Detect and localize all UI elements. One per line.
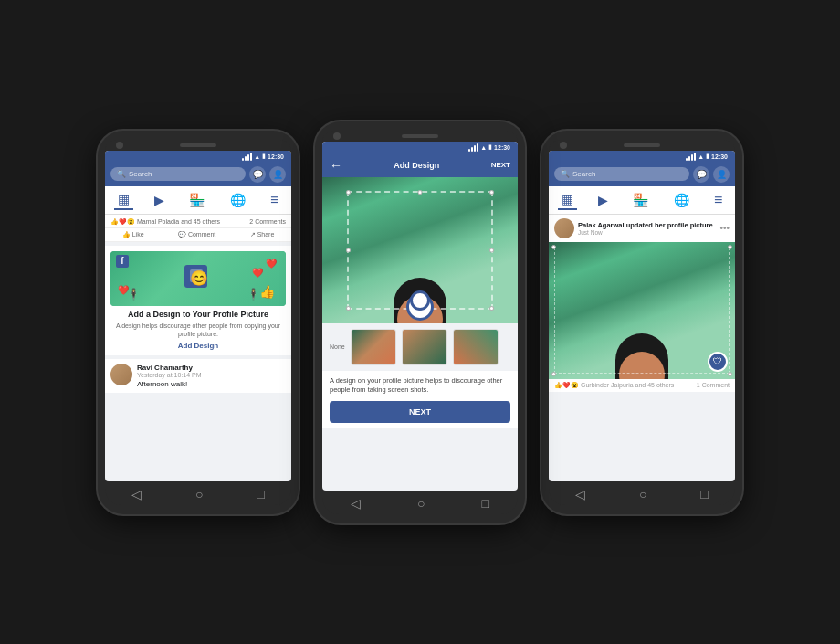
heart-icon-promo-2: ❤️	[252, 268, 263, 278]
like-icon-1: 👍	[122, 231, 131, 238]
handle-bl[interactable]	[346, 306, 351, 311]
home-nav-btn-2[interactable]: ○	[417, 496, 425, 511]
status-time-2: 12:30	[494, 144, 510, 151]
signal-bars-3	[686, 153, 696, 161]
wifi-icon-3: ▲	[698, 153, 704, 160]
phone-3: ▲ ▮ 12:30 🔍 Search 💬 👤 ▦ ▶	[541, 131, 742, 514]
user-post-1: Ravi Chamarthy Yesterday at 10:14 PM Aft…	[105, 359, 291, 393]
people-icon-1[interactable]: 👤	[269, 166, 286, 183]
feed-meta-1: 👍❤️😮 Mamal Poladia and 45 others 2 Comme…	[105, 215, 291, 227]
profile-update-name: Palak Agarwal updated her profile pictur…	[578, 221, 716, 229]
share-button-1[interactable]: ↗ Share	[250, 231, 275, 238]
messenger-icon-3[interactable]: 💬	[693, 166, 709, 183]
phone-3-search-label: Search	[572, 170, 595, 178]
thumb-girl-3	[454, 330, 498, 364]
design-thumb-2[interactable]	[402, 329, 447, 365]
signal-bar	[471, 147, 473, 152]
fb-logo-promo: f	[116, 255, 129, 268]
back-arrow-icon[interactable]: ←	[330, 158, 342, 173]
phone-1: ▲ ▮ 12:30 🔍 Search 💬 👤 ▦ ▶	[98, 131, 299, 514]
phone-1-search-label: Search	[129, 170, 152, 178]
handle-br[interactable]	[489, 306, 494, 311]
tab-newsfeed-1[interactable]: ▦	[114, 190, 133, 210]
signal-bar	[468, 149, 470, 152]
promo-illustration: f ❤️ ❤️ ❤️ 😊 👍 🕴️ 🕴️	[110, 251, 286, 306]
shield-protection-icon: 🛡	[708, 352, 728, 372]
tab-groups-3[interactable]: 🌐	[670, 191, 693, 209]
user-post-content: Ravi Chamarthy Yesterday at 10:14 PM Aft…	[137, 364, 286, 388]
handle-tr[interactable]	[489, 190, 494, 195]
search-icon-3: 🔍	[561, 170, 570, 178]
back-nav-btn-2[interactable]: ◁	[351, 496, 361, 511]
tab-watch-1[interactable]: ▶	[151, 191, 168, 209]
phone-3-nav-tabs: ▦ ▶ 🏪 🌐 ≡	[549, 186, 735, 215]
recents-nav-btn-2[interactable]: □	[482, 496, 489, 511]
fb-square-icon: 😊	[184, 265, 207, 288]
thumb-girl-2	[403, 330, 446, 364]
add-design-title: Add Design	[394, 161, 439, 170]
phone-1-screen: ▲ ▮ 12:30 🔍 Search 💬 👤 ▦ ▶	[105, 151, 291, 481]
tab-watch-3[interactable]: ▶	[594, 191, 612, 209]
search-icon-1: 🔍	[117, 170, 126, 178]
none-option-label[interactable]: None	[330, 343, 345, 350]
profile-photo-large: 🛡	[549, 242, 735, 379]
handle-tm[interactable]	[418, 190, 423, 195]
signal-bars-1	[242, 153, 252, 161]
signal-bar	[688, 156, 690, 161]
back-nav-btn-1[interactable]: ◁	[131, 487, 142, 501]
phone-3-search-bar[interactable]: 🔍 Search	[554, 167, 689, 181]
border-dot-tr	[728, 245, 732, 249]
battery-icon: ▮	[262, 153, 266, 160]
like-button-1[interactable]: 👍 Like	[122, 231, 144, 238]
center-handle[interactable]	[410, 290, 430, 311]
tab-groups-1[interactable]: 🌐	[226, 191, 249, 209]
handle-mr[interactable]	[489, 248, 494, 252]
phone-1-status-bar: ▲ ▮ 12:30	[105, 151, 291, 163]
tab-marketplace-1[interactable]: 🏪	[185, 191, 208, 209]
home-nav-btn-3[interactable]: ○	[639, 487, 646, 501]
signal-bar	[691, 154, 693, 161]
wifi-icon-2: ▲	[480, 144, 487, 151]
profile-photo-dashed-border	[554, 248, 730, 374]
design-thumb-3[interactable]	[453, 329, 499, 365]
profile-reactions: 👍❤️😮 Gurbinder Jaipuria and 45 others 1 …	[549, 379, 735, 392]
comment-button-1[interactable]: 💬 Comment	[178, 231, 215, 238]
signal-bar	[242, 158, 244, 161]
add-design-header: ← Add Design NEXT	[322, 153, 518, 177]
people-icon-3[interactable]: 👤	[713, 166, 730, 183]
signal-bar	[250, 153, 252, 161]
home-nav-btn-1[interactable]: ○	[195, 487, 203, 501]
tab-marketplace-3[interactable]: 🏪	[629, 191, 652, 209]
phone-1-top-bar	[105, 140, 291, 151]
design-thumb-1[interactable]	[351, 329, 396, 365]
signal-bar	[474, 145, 476, 152]
border-dot-tl	[551, 245, 556, 249]
tab-menu-3[interactable]: ≡	[710, 190, 726, 210]
back-nav-btn-3[interactable]: ◁	[575, 487, 585, 501]
next-button[interactable]: NEXT	[330, 401, 510, 423]
tab-newsfeed-3[interactable]: ▦	[558, 190, 577, 210]
phone-1-search-bar[interactable]: 🔍 Search	[110, 167, 246, 181]
add-design-link[interactable]: Add Design	[110, 342, 286, 350]
messenger-icon-1[interactable]: 💬	[249, 166, 266, 183]
handle-tl[interactable]	[346, 190, 351, 195]
recents-nav-btn-1[interactable]: □	[257, 487, 264, 501]
phones-container: ▲ ▮ 12:30 🔍 Search 💬 👤 ▦ ▶	[98, 121, 742, 523]
person-icon-promo-2: 🕴️	[247, 288, 260, 301]
more-options-icon-3[interactable]: •••	[719, 223, 730, 233]
phone-3-header-icons: 💬 👤	[693, 166, 730, 183]
tab-menu-1[interactable]: ≡	[267, 190, 282, 210]
handle-ml[interactable]	[346, 248, 351, 252]
add-design-next-link[interactable]: NEXT	[491, 161, 510, 169]
signal-bar	[247, 154, 249, 161]
design-promo-card: f ❤️ ❤️ ❤️ 😊 👍 🕴️ 🕴️	[105, 246, 291, 355]
phone-3-speaker	[624, 143, 660, 147]
phone-2-status-bar: ▲ ▮ 12:30	[322, 142, 518, 153]
status-icons-2: ▲ ▮ 12:30	[468, 143, 510, 152]
status-icons-3: ▲ ▮ 12:30	[686, 153, 728, 161]
promo-title: Add a Design to Your Profile Picture	[110, 310, 286, 319]
profile-update-time: Just Now	[578, 229, 716, 236]
profile-update-info: Palak Agarwal updated her profile pictur…	[578, 221, 716, 236]
recents-nav-btn-3[interactable]: □	[700, 487, 708, 501]
user-post-text-ravi: Afternoon walk!	[137, 380, 286, 388]
